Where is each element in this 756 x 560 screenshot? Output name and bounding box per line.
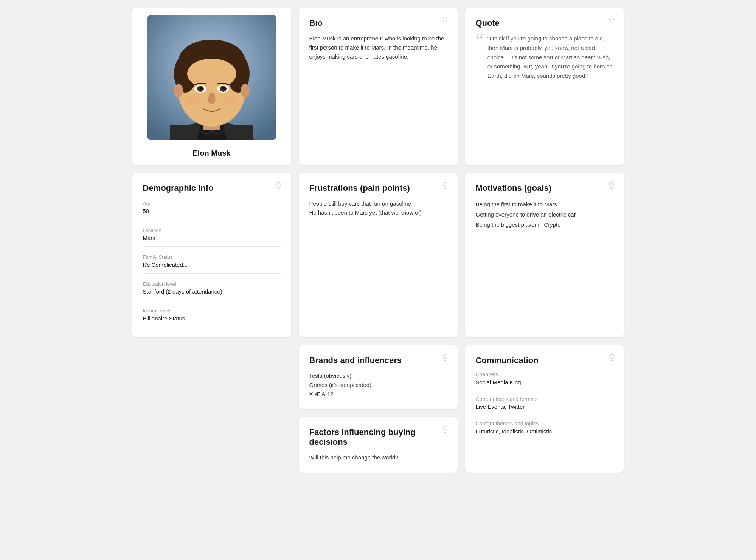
comm-value-2: Futuristic, Idealistic, Optimistic [476,428,613,439]
profile-image [147,15,276,140]
lightbulb-icon-motivations [607,181,616,189]
comm-label-2: Content themes and topics [476,421,613,427]
lightbulb-icon-demographic [275,181,283,189]
factors-title: Factors influencing buying decisions [309,427,447,447]
field-education: Education level Stanford (2 days of atte… [143,281,281,300]
value-income: Billionaire Status [143,315,281,327]
motivations-card: Motivations (goals) Being the first to m… [465,173,624,337]
lightbulb-icon-bio [441,16,449,24]
comm-value-0: Social Media King [476,379,613,390]
quote-mark: “ [476,31,484,49]
quote-title: Quote [476,18,613,28]
comm-label-0: Channels [476,371,613,377]
bio-text: Elon Musk is an entrepreneur who is look… [309,34,447,61]
brands-card: Brands and influencers Tesla (obviously)… [299,345,458,409]
comm-section-1: Content types and formats Live Events, T… [476,396,613,415]
bio-title: Bio [309,18,447,28]
bio-card: Bio Elon Musk is an entrepreneur who is … [299,8,458,165]
motivation-0: Being the first to make it to Mars [476,199,613,209]
value-age: 50 [143,208,281,220]
demographic-title: Demographic info [143,183,281,193]
value-education: Stanford (2 days of attendance) [143,288,281,300]
communication-sections: Channels Social Media King Content types… [476,371,613,439]
label-age: Age [143,201,281,206]
svg-point-18 [224,96,238,105]
communication-title: Communication [476,356,613,365]
profile-card: Elon Musk [132,8,291,165]
lightbulb-icon-communication [607,353,616,362]
label-location: Location [143,227,281,233]
quote-card: Quote “ "I think if you're going to choo… [465,8,624,165]
lightbulb-icon-quote [607,16,616,24]
svg-point-20 [241,84,250,97]
comm-value-1: Live Events, Twitter [476,404,613,415]
svg-point-15 [200,87,203,90]
frustrations-text: People still buy cars that run on gasoli… [309,199,447,217]
field-age: Age 50 [143,201,281,220]
label-family: Family Status [143,254,281,260]
main-grid: Elon Musk Demographic info Age 50 Locati… [132,8,624,473]
field-income: Income level Billionaire Status [143,308,281,327]
motivation-2: Being the biggest player in Crypto [476,220,613,230]
svg-point-19 [174,84,183,97]
label-education: Education level [143,281,281,287]
communication-card: Communication Channels Social Media King… [465,345,624,473]
factors-text: Will this help me change the world? [309,453,447,462]
comm-section-2: Content themes and topics Futuristic, Id… [476,421,613,439]
frustrations-title: Frustrations (pain points) [309,183,447,193]
value-location: Mars [143,235,281,247]
motivation-1: Getting everyone to drive an electric ca… [476,209,613,220]
lightbulb-icon-factors [441,425,449,433]
quote-text: "I think if you're going to choose a pla… [487,34,613,81]
frustrations-card: Frustrations (pain points) People still … [299,173,458,337]
motivations-title: Motivations (goals) [476,183,613,193]
demographic-fields: Age 50 Location Mars Family Status It's … [143,201,281,327]
label-income: Income level [143,308,281,314]
quote-content: “ "I think if you're going to choose a p… [476,34,613,81]
motivations-list: Being the first to make it to Mars Getti… [476,199,613,230]
value-family: It's Complicated... [143,261,281,274]
field-family: Family Status It's Complicated... [143,254,281,274]
brands-text: Tesla (obviously) Grimes (it's complicat… [309,371,447,399]
lightbulb-icon-frustrations [441,181,449,189]
comm-label-1: Content types and formats [476,396,613,402]
brands-title: Brands and influencers [309,356,447,365]
svg-point-16 [222,87,225,90]
comm-section-0: Channels Social Media King [476,371,613,390]
factors-card: Factors influencing buying decisions Wil… [299,417,458,473]
profile-name: Elon Musk [192,149,230,158]
field-location: Location Mars [143,227,281,247]
svg-point-17 [186,96,200,105]
demographic-card: Demographic info Age 50 Location Mars Fa… [132,173,291,337]
lightbulb-icon-brands [441,353,449,362]
